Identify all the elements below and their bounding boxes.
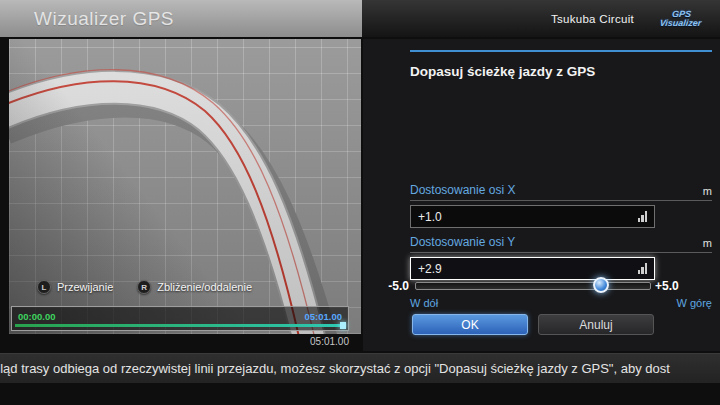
x-axis-label: Dostosowanie osi X [410, 183, 515, 197]
panel-accent-rule [410, 50, 712, 52]
slider-handle[interactable] [593, 277, 609, 293]
hint-scrub-label: Przewijanie [57, 281, 113, 293]
circuit-name: Tsukuba Circuit [551, 13, 634, 25]
gps-visualizer-logo-icon: GPS Visualizer [649, 10, 713, 28]
adjust-bars-icon [638, 211, 648, 222]
y-axis-field: Dostosowanie osi Y m +2.9 [410, 235, 712, 280]
slider-down-label: W dół [410, 297, 438, 309]
slider-up-label: W górę [677, 297, 712, 309]
page-title: Wizualizer GPS [0, 8, 174, 30]
timeline-start-time: 00:00.00 [18, 311, 56, 322]
timeline-progress-bar[interactable] [15, 324, 345, 327]
left-stick-icon: L [37, 280, 51, 294]
hint-zoom-label: Zbliżenie/oddalenie [157, 281, 252, 293]
slider-direction-labels: W dół W górę [410, 297, 712, 309]
gps-visualizer-screen: Wizualizer GPS Tsukuba Circuit GPS Visua… [0, 0, 720, 405]
right-stick-icon: R [137, 280, 151, 294]
header-bar: Wizualizer GPS Tsukuba Circuit GPS Visua… [0, 0, 720, 37]
cancel-button[interactable]: Anuluj [538, 314, 654, 335]
slider-max-label: +5.0 [655, 279, 679, 293]
header-right: Tsukuba Circuit GPS Visualizer [362, 0, 720, 37]
timeline-current-time: 05:01.00 [11, 336, 349, 347]
hint-zoom: R Zbliżenie/oddalenie [137, 280, 252, 294]
panel-title: Dopasuj ścieżkę jazdy z GPS [410, 64, 595, 79]
timeline-scrubber[interactable]: 00:00.00 05:01.00 [11, 306, 349, 331]
y-axis-slider[interactable] [415, 282, 651, 290]
y-axis-label: Dostosowanie osi Y [410, 235, 515, 249]
dialog-buttons: OK Anuluj [412, 314, 654, 335]
x-axis-value: +1.0 [418, 210, 442, 224]
gps-adjust-panel: Dopasuj ścieżkę jazdy z GPS Dostosowanie… [363, 39, 720, 351]
header-left: Wizualizer GPS [0, 0, 362, 37]
control-hints: L Przewijanie R Zbliżenie/oddalenie [37, 280, 252, 294]
help-message-bar: gląd trasy odbiega od rzeczywistej linii… [0, 353, 720, 383]
x-axis-unit: m [703, 185, 712, 197]
y-axis-label-row: Dostosowanie osi Y m [410, 235, 712, 253]
timeline-end-time: 05:01.00 [304, 311, 342, 322]
x-axis-field: Dostosowanie osi X m +1.0 [410, 183, 712, 228]
hint-scrub: L Przewijanie [37, 280, 113, 294]
y-axis-value-box[interactable]: +2.9 [410, 257, 655, 280]
slider-min-label: -5.0 [371, 279, 409, 293]
y-axis-unit: m [703, 237, 712, 249]
x-axis-label-row: Dostosowanie osi X m [410, 183, 712, 201]
ok-button[interactable]: OK [412, 314, 528, 335]
help-message-text: gląd trasy odbiega od rzeczywistej linii… [0, 361, 670, 376]
track-map-viewport[interactable]: L Przewijanie R Zbliżenie/oddalenie 00:0… [9, 39, 361, 334]
x-axis-value-box[interactable]: +1.0 [410, 205, 655, 228]
y-axis-value: +2.9 [418, 262, 442, 276]
adjust-bars-icon [638, 263, 648, 274]
